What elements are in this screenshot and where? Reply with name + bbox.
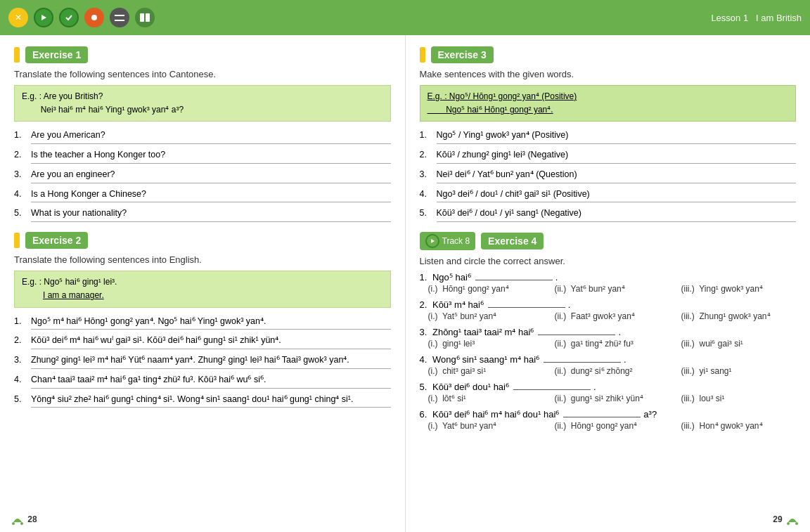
exercise-2-section: Exercise 2 Translate the following sente… — [14, 232, 391, 408]
exercise-2-example: E.g. : Ngo⁵ hai⁶ ging¹ lei³. I am a mana… — [14, 271, 391, 307]
exercise-4-header: Track 8 Exercise 4 — [420, 232, 797, 250]
svg-marker-9 — [431, 239, 435, 243]
main-content: Exercise 1 Translate the following sente… — [0, 35, 810, 532]
yellow-bar — [14, 47, 20, 63]
svg-point-8 — [20, 522, 23, 525]
list-item: 2. Is the teacher a Hong Konger too? — [14, 148, 391, 164]
list-item: 1. Are you American? — [14, 129, 391, 144]
listen-item-4: 4. Wong⁶ sin¹ saang¹ m⁴ hai⁶ . (i.) chit… — [420, 354, 797, 376]
svg-rect-5 — [140, 13, 144, 22]
lesson-name: I am British — [756, 13, 802, 23]
exercise-1-section: Exercise 1 Translate the following sente… — [14, 46, 391, 222]
exercise-3-example: E.g. : Ngo⁵/ Hōng¹ gong² yan⁴ (Positive)… — [420, 85, 797, 122]
exercise-3-instruction: Make sentences with the given words. — [420, 69, 797, 79]
list-item: 4. Chan⁴ taai³ taai² m⁴ hai⁶ ga¹ ting⁴ z… — [14, 373, 391, 389]
yellow-bar-3 — [420, 47, 425, 63]
svg-point-11 — [795, 522, 798, 525]
svg-point-10 — [787, 522, 790, 525]
exercise-4-label: Exercise 4 — [481, 233, 544, 249]
icon-btn-bars[interactable] — [110, 8, 129, 27]
page-number-right: 29 — [773, 514, 799, 526]
icon-btn-circle[interactable] — [84, 8, 104, 27]
exercise-3-section: Exercise 3 Make sentences with the given… — [420, 46, 797, 222]
listen-item-6: 6. Kōü³ dei⁶ hai⁶ m⁴ hai⁶ dou¹ hai⁶ a³? … — [420, 409, 797, 431]
exercise-2-label: Exercise 2 — [25, 232, 88, 249]
list-item: 5. What is your nationality? — [14, 207, 391, 222]
top-bar: ✕ — [0, 0, 810, 35]
play-icon — [425, 234, 439, 248]
list-item: 5. Yōng⁴ siu² zhe² hai⁶ gung¹ ching⁴ si¹… — [14, 393, 391, 408]
toolbar-left: ✕ — [8, 8, 155, 27]
svg-point-7 — [12, 522, 15, 525]
exercise-2-list: 1. Ngo⁵ m⁴ hai⁶ Hōng¹ gong² yan⁴. Ngo⁵ h… — [14, 315, 391, 408]
exercise-1-header: Exercise 1 — [14, 46, 391, 63]
page-right: Exercise 3 Make sentences with the given… — [406, 35, 811, 532]
exercise-3-header: Exercise 3 — [420, 46, 797, 63]
exercise-3-list: 1. Ngo⁵ / Ying¹ gwok³ yan⁴ (Positive) 2.… — [420, 129, 797, 222]
listen-item-1: 1. Ngo⁵ hai⁶ . (i.) Hōng¹ gong² yan⁴ (ii… — [420, 272, 797, 294]
exercise-4-instruction: Listen and circle the correct answer. — [420, 256, 797, 266]
list-item: 5. Kōü³ dei⁶ / dou¹ / yi¹ sang¹ (Negativ… — [420, 207, 797, 222]
svg-rect-3 — [115, 15, 124, 16]
svg-point-2 — [91, 15, 97, 20]
exercise-4-section: Track 8 Exercise 4 Listen and circle the… — [420, 232, 797, 431]
exercise-1-instruction: Translate the following sentences into C… — [14, 69, 391, 79]
exercise-2-header: Exercise 2 — [14, 232, 391, 249]
track-badge[interactable]: Track 8 — [420, 232, 476, 250]
list-item: 2. Kōü³ / zhung² ging¹ lei³ (Negative) — [420, 148, 797, 164]
svg-marker-1 — [41, 15, 46, 20]
page-left: Exercise 1 Translate the following sente… — [0, 35, 406, 532]
list-item: 3. Are you an engineer? — [14, 168, 391, 183]
icon-btn-book[interactable] — [135, 8, 155, 27]
exercise-3-label: Exercise 3 — [431, 46, 494, 63]
exercise-1-example: E.g. : Are you British? Nei³ hai⁶ m⁴ hai… — [14, 85, 391, 122]
list-item: 1. Ngo⁵ m⁴ hai⁶ Hōng¹ gong² yan⁴. Ngo⁵ h… — [14, 315, 391, 330]
icon-btn-play[interactable] — [34, 8, 53, 27]
page-number-left: 28 — [11, 514, 37, 526]
exercise-1-list: 1. Are you American? 2. Is the teacher a… — [14, 129, 391, 222]
svg-rect-4 — [115, 20, 124, 21]
exercise-2-instruction: Translate the following sentences into E… — [14, 254, 391, 265]
list-item: 4. Is a Hong Konger a Chinese? — [14, 188, 391, 203]
list-item: 3. Zhung² ging¹ lei³ m⁴ hai⁶ Yüt⁶ naam⁴ … — [14, 353, 391, 369]
list-item: 3. Nei³ dei⁶ / Yat⁶ bun² yan⁴ (Question) — [420, 168, 797, 183]
svg-text:✕: ✕ — [15, 13, 22, 22]
listen-item-5: 5. Kōü³ dei⁶ dou¹ hai⁶ . (i.) lōt⁶ si¹ (… — [420, 382, 797, 403]
icon-btn-1[interactable]: ✕ — [8, 8, 28, 27]
svg-rect-6 — [146, 13, 150, 22]
listen-item-3: 3. Zhōng¹ taai³ taai² m⁴ hai⁶ . (i.) gin… — [420, 327, 797, 349]
listen-item-2: 2. Kōü³ m⁴ hai⁶ . (i.) Yat⁵ bun² yan⁴ (i… — [420, 299, 797, 321]
yellow-bar-2 — [14, 233, 20, 248]
list-item: 4. Ngo³ dei⁶ / dou¹ / chit³ gai³ si¹ (Po… — [420, 188, 797, 203]
icon-btn-check[interactable] — [59, 8, 79, 27]
list-item: 2. Kōü³ dei⁶ m⁴ hai⁶ wuˡ gai³ si¹. Kōü³ … — [14, 334, 391, 349]
exercise-1-label: Exercise 1 — [25, 46, 88, 63]
track-label: Track 8 — [442, 236, 470, 246]
lesson-number: Lesson 1 — [711, 13, 748, 23]
lesson-title: Lesson 1 I am British — [711, 13, 802, 23]
list-item: 1. Ngo⁵ / Ying¹ gwok³ yan⁴ (Positive) — [420, 129, 797, 144]
